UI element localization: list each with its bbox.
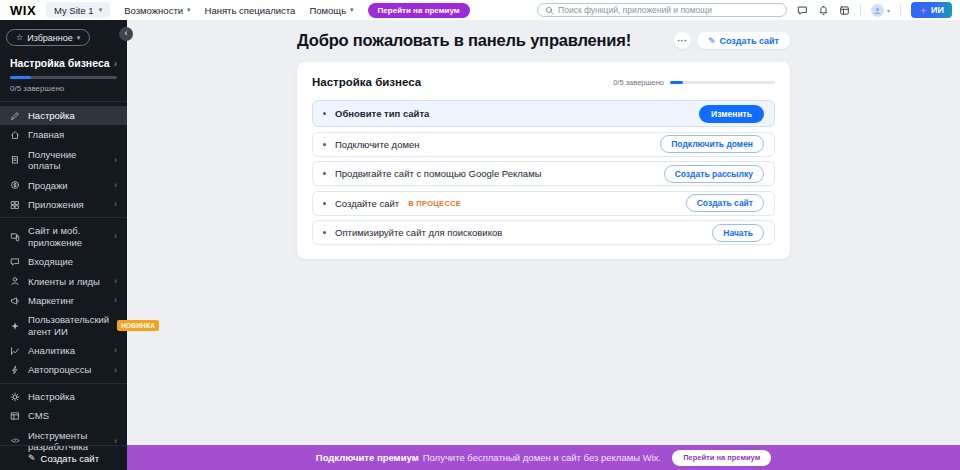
card-title: Настройка бизнеса [312,76,421,88]
nav-help[interactable]: Помощь ▾ [309,5,353,16]
lightning-icon [10,365,20,375]
in-progress-badge: В ПРОЦЕССЕ [408,199,461,208]
sidebar-collapse-button[interactable]: ‹ [119,27,133,41]
sidebar-item-label: Главная [28,129,117,140]
more-options-button[interactable]: ··· [674,32,691,49]
sidebar-item-marketing[interactable]: Маркетинг › [0,291,127,310]
megaphone-icon [10,296,20,306]
sidebar-item-cms[interactable]: CMS [0,406,127,425]
chevron-right-icon: › [114,295,117,306]
change-button[interactable]: Изменить [699,105,764,123]
bullet-dot [323,112,326,115]
start-button[interactable]: Начать [712,224,764,242]
connect-domain-button[interactable]: Подключить домен [660,135,764,153]
divider [900,5,901,16]
sidebar-item-setup[interactable]: Настройка [0,106,127,125]
task-optimize-seo[interactable]: Оптимизируйте сайт для поисковиков Начат… [312,220,775,245]
nav-hire-specialist[interactable]: Нанять специалиста [205,5,296,16]
sidebar-item-label: Автопроцессы [28,364,106,375]
task-update-site-type[interactable]: Обновите тип сайта Изменить [312,100,775,127]
task-create-site[interactable]: Создайте сайт В ПРОЦЕССЕ Создать сайт [312,191,775,216]
sidebar-item-label: Аналитика [28,345,106,356]
nav-opportunities[interactable]: Возможности ▾ [124,5,190,16]
ai-button-label: ИИ [931,5,944,15]
task-label: Обновите тип сайта [335,108,429,119]
database-icon [10,411,20,421]
sidebar-item-site-mobile-app[interactable]: Сайт и моб. приложение › [0,221,127,252]
sidebar: ‹ ☆ Избранное ▾ Настройка бизнеса › 0/5 … [0,20,127,470]
bullet-dot [323,202,326,205]
dollar-icon [10,180,20,190]
site-selector[interactable]: My Site 1 ▾ [46,2,110,18]
inbox-icon [10,257,20,267]
chevron-right-icon: › [114,231,117,242]
top-bar: WIX My Site 1 ▾ Возможности ▾ Нанять спе… [0,0,960,20]
task-label: Оптимизируйте сайт для поисковиков [335,227,502,238]
sidebar-item-label: Приложения [28,199,106,210]
premium-banner: Подключите премиум Получите бесплатный д… [127,445,960,470]
ai-assistant-button[interactable]: ИИ [911,2,952,18]
create-site-button[interactable]: ✎ Создать сайт [697,32,790,49]
nav-label: Возможности [124,5,183,16]
favorites-dropdown[interactable]: ☆ Избранное ▾ [6,29,90,46]
chevron-right-icon: › [114,155,117,166]
sidebar-item-label: Получение оплаты [28,149,106,172]
pencil-icon [10,111,20,121]
apps-icon [10,200,20,210]
sidebar-progress-bar [10,76,117,79]
chat-icon[interactable] [797,5,808,16]
sidebar-item-automations[interactable]: Автопроцессы › [0,360,127,379]
devices-icon [10,232,20,242]
search-bar[interactable] [537,3,787,17]
sidebar-item-settings[interactable]: Настройка [0,387,127,406]
main-content: Добро пожаловать в панель управления! ··… [127,20,960,445]
chevron-right-icon: › [114,58,117,69]
sidebar-item-apps[interactable]: Приложения › [0,195,127,214]
sidebar-create-site-button[interactable]: ✎ Создать сайт [0,445,127,470]
divider [0,217,127,218]
task-connect-domain[interactable]: Подключите домен Подключить домен [312,132,775,157]
divider [0,383,127,384]
divider [860,5,861,16]
favorites-label: Избранное [27,33,73,43]
setup-progress-section: Настройка бизнеса › 0/5 завершено [0,53,127,102]
invoice-icon [10,155,20,165]
sidebar-item-get-paid[interactable]: Получение оплаты › [0,145,127,176]
create-campaign-button[interactable]: Создать рассылку [664,165,764,183]
nav-label: Помощь [309,5,346,16]
gear-icon [10,392,20,402]
sidebar-item-home[interactable]: Главная [0,125,127,144]
sidebar-item-sales[interactable]: Продажи › [0,176,127,195]
avatar[interactable] [871,4,884,17]
premium-banner-title: Подключите премиум [316,452,419,463]
people-icon [10,276,20,286]
chevron-right-icon: › [114,180,117,191]
sidebar-item-label: Клиенты и лиды [28,276,106,287]
search-input[interactable] [558,5,779,15]
sidebar-item-label: Настройка [28,391,117,402]
chevron-down-icon: ▾ [187,6,191,14]
sidebar-item-ai-agent[interactable]: Пользовательский агент ИИ НОВИНКА [0,310,127,341]
sidebar-item-analytics[interactable]: Аналитика › [0,341,127,360]
setup-progress-header[interactable]: Настройка бизнеса › [10,57,117,69]
sidebar-item-label: Продажи [28,180,106,191]
card-progress-label: 0/5 завершено [613,78,664,87]
task-promote-google-ads[interactable]: Продвигайте сайт с помощью Google Реклам… [312,161,775,186]
page-title: Добро пожаловать в панель управления! [297,31,631,50]
bullet-dot [323,143,326,146]
notifications-bell-icon[interactable] [818,5,829,16]
sidebar-item-inbox[interactable]: Входящие [0,252,127,271]
create-site-task-button[interactable]: Создать сайт [686,194,764,212]
home-icon [10,130,20,140]
sparkle-icon [919,6,928,15]
chevron-down-icon[interactable]: ▾ [887,7,890,14]
task-label: Подключите домен [335,139,419,150]
new-badge: НОВИНКА [117,320,159,331]
chevron-right-icon: › [114,365,117,376]
upgrade-premium-button[interactable]: Перейти на премиум [368,3,470,18]
apps-grid-icon[interactable] [839,5,850,16]
sidebar-item-customers-leads[interactable]: Клиенты и лиды › [0,272,127,291]
pencil-icon: ✎ [28,453,36,463]
go-premium-button[interactable]: Перейти на премиум [672,450,771,466]
bullet-dot [323,172,326,175]
